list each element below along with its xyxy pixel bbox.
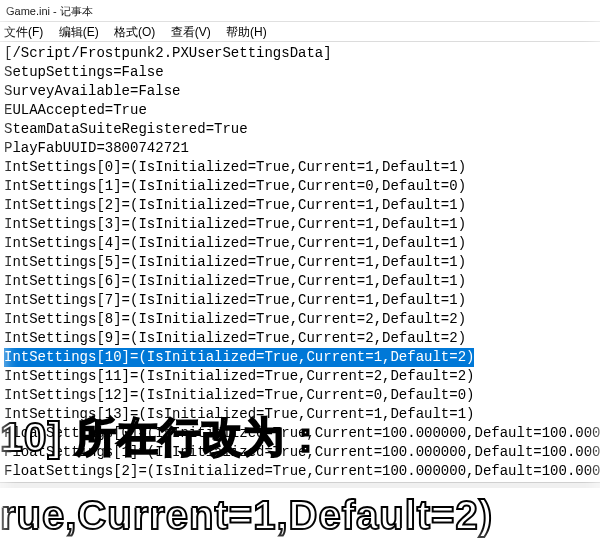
menu-file[interactable]: 文件(F)	[4, 25, 43, 39]
editor-line[interactable]: FloatSettings[1]=(IsInitialized=True,Cur…	[4, 443, 596, 462]
editor-line[interactable]: IntSettings[12]=(IsInitialized=True,Curr…	[4, 386, 596, 405]
window-titlebar: Game.ini - 记事本	[0, 0, 600, 22]
editor-line[interactable]: IntSettings[4]=(IsInitialized=True,Curre…	[4, 234, 596, 253]
editor-line[interactable]: IntSettings[10]=(IsInitialized=True,Curr…	[4, 348, 474, 367]
text-editor-area[interactable]: [/Script/Frostpunk2.PXUserSettingsData]S…	[0, 42, 600, 482]
editor-line[interactable]: SteamDataSuiteRegistered=True	[4, 120, 596, 139]
editor-line[interactable]: FloatSettings[3]=(IsInitialized=True,Cur…	[4, 481, 596, 482]
editor-line[interactable]: [/Script/Frostpunk2.PXUserSettingsData]	[4, 44, 596, 63]
editor-line[interactable]: PlayFabUUID=3800742721	[4, 139, 596, 158]
editor-line[interactable]: FloatSettings[2]=(IsInitialized=True,Cur…	[4, 462, 596, 481]
editor-line[interactable]: EULAAccepted=True	[4, 101, 596, 120]
menu-view[interactable]: 查看(V)	[171, 25, 211, 39]
editor-line[interactable]: IntSettings[0]=(IsInitialized=True,Curre…	[4, 158, 596, 177]
editor-line[interactable]: IntSettings[11]=(IsInitialized=True,Curr…	[4, 367, 596, 386]
menu-help[interactable]: 帮助(H)	[226, 25, 267, 39]
editor-line[interactable]: IntSettings[13]=(IsInitialized=True,Curr…	[4, 405, 596, 424]
editor-line[interactable]: IntSettings[7]=(IsInitialized=True,Curre…	[4, 291, 596, 310]
editor-line[interactable]: IntSettings[2]=(IsInitialized=True,Curre…	[4, 196, 596, 215]
menubar: 文件(F) 编辑(E) 格式(O) 查看(V) 帮助(H)	[0, 22, 600, 42]
status-position: 第 17 行, 第 1 列	[392, 483, 473, 504]
window-title: Game.ini - 记事本	[6, 5, 93, 17]
editor-line[interactable]: FloatSettings[0]=(IsInitialized=True,Cur…	[4, 424, 596, 443]
statusbar: 第 17 行, 第 1 列 100% Windows (C	[0, 482, 600, 504]
menu-edit[interactable]: 编辑(E)	[59, 25, 99, 39]
editor-line[interactable]: IntSettings[1]=(IsInitialized=True,Curre…	[4, 177, 596, 196]
editor-line[interactable]: IntSettings[8]=(IsInitialized=True,Curre…	[4, 310, 596, 329]
status-extra: ue, C	[572, 500, 596, 511]
editor-line[interactable]: SetupSettings=False	[4, 63, 596, 82]
editor-line[interactable]: SurveyAvailable=False	[4, 82, 596, 101]
editor-line[interactable]: IntSettings[9]=(IsInitialized=True,Curre…	[4, 329, 596, 348]
editor-line[interactable]: IntSettings[3]=(IsInitialized=True,Curre…	[4, 215, 596, 234]
status-zoom: 100%	[491, 483, 519, 504]
menu-format[interactable]: 格式(O)	[114, 25, 155, 39]
editor-line[interactable]: IntSettings[6]=(IsInitialized=True,Curre…	[4, 272, 596, 291]
editor-line[interactable]: IntSettings[5]=(IsInitialized=True,Curre…	[4, 253, 596, 272]
